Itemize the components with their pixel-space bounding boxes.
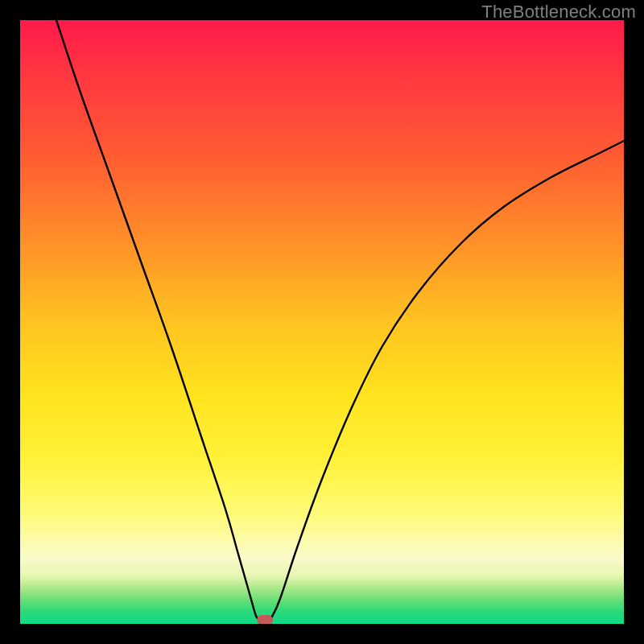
- plot-area: [20, 20, 624, 624]
- bottleneck-curve: [20, 20, 624, 624]
- minimum-marker: [257, 615, 273, 624]
- chart-frame: TheBottleneck.com: [0, 0, 644, 644]
